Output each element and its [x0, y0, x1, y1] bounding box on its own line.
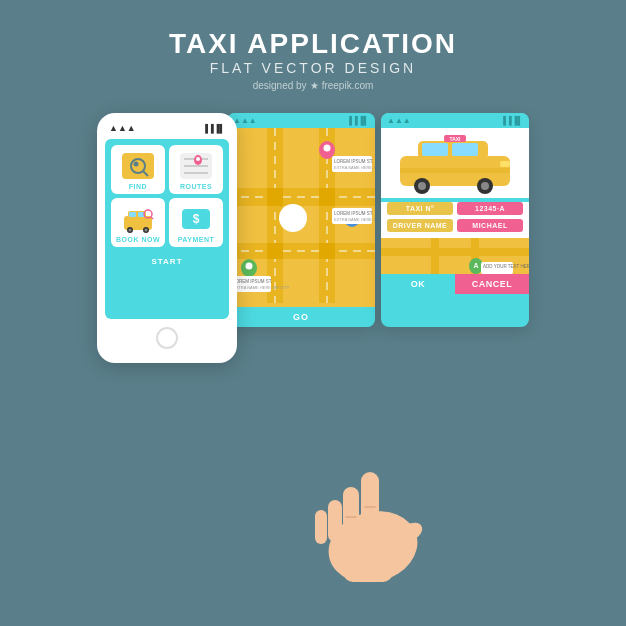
svg-rect-67: [381, 248, 529, 256]
map-wifi-icon: ▲▲▲: [233, 116, 257, 125]
phone-screen: FIND: [105, 139, 229, 319]
ok-button[interactable]: OK: [381, 274, 455, 294]
driver-label: DRIVER NAME: [387, 219, 453, 232]
routes-icon: [178, 151, 214, 181]
page-title: TAXI APPLICATION: [0, 28, 626, 60]
svg-rect-34: [319, 243, 335, 259]
page-header: TAXI APPLICATION FLAT VECTOR DESIGN desi…: [0, 0, 626, 91]
phone-app-grid: FIND: [111, 145, 223, 247]
svg-point-61: [481, 182, 489, 190]
taxi-info-area: TAXI N° 12345·A DRIVER NAME MICHAEL: [381, 202, 529, 238]
svg-text:EXTRA NAME HERE, MY CITY: EXTRA NAME HERE, MY CITY: [233, 285, 290, 290]
taxi-car-illustration: TAXI: [381, 128, 529, 198]
taxi-battery-icon: ▐▐▐▌: [500, 116, 523, 125]
go-button[interactable]: GO: [227, 307, 375, 327]
svg-rect-0: [122, 153, 154, 179]
svg-point-3: [134, 162, 139, 167]
svg-text:A: A: [473, 262, 478, 269]
svg-text:ADD YOUR TEXT HERE: ADD YOUR TEXT HERE: [483, 264, 529, 269]
routes-label: ROUTES: [180, 183, 212, 190]
map-battery-icon: ▐▐▐▌: [346, 116, 369, 125]
svg-text:LOREM IPSUM ST.: LOREM IPSUM ST.: [334, 159, 373, 164]
cancel-button[interactable]: CANCEL: [455, 274, 529, 294]
svg-text:LOREM IPSUM ST.: LOREM IPSUM ST.: [233, 279, 272, 284]
booknow-label: BOOK NOW: [116, 236, 160, 243]
svg-point-44: [279, 204, 307, 232]
svg-point-17: [145, 229, 148, 232]
svg-text:A: A: [246, 262, 251, 269]
svg-text:EXTRA NAME HERE, MY CITY: EXTRA NAME HERE, MY CITY: [334, 217, 375, 222]
svg-point-9: [196, 157, 200, 161]
taxi-number-label: TAXI N°: [387, 202, 453, 215]
taxi-wifi-icon: ▲▲▲: [387, 116, 411, 125]
svg-text:LOREM IPSUM ST.: LOREM IPSUM ST.: [334, 211, 373, 216]
find-tile[interactable]: FIND: [111, 145, 165, 194]
svg-rect-80: [343, 552, 393, 582]
payment-icon: $: [178, 204, 214, 234]
svg-rect-77: [343, 487, 359, 535]
map-content: C B A LOREM IPSUM ST. EXTRA NAME HERE, M…: [227, 128, 375, 307]
svg-text:C: C: [324, 144, 329, 151]
svg-text:$: $: [193, 212, 200, 226]
taxi-number-value: 12345·A: [457, 202, 523, 215]
start-button[interactable]: START: [111, 253, 223, 270]
booknow-icon: [120, 204, 156, 234]
phone-mockup: ▲▲▲ ▐▐▐▌ FIND: [97, 113, 237, 363]
map-screen-topbar: ▲▲▲ ▐▐▐▌: [227, 113, 375, 128]
svg-rect-12: [129, 212, 136, 217]
taxi-action-buttons: OK CANCEL: [381, 274, 529, 294]
svg-rect-68: [431, 238, 439, 274]
map-screen: ▲▲▲ ▐▐▐▌: [227, 113, 375, 327]
find-icon: [120, 151, 156, 181]
payment-tile[interactable]: $ PAYMENT: [169, 198, 223, 247]
designed-by: designed by ★ freepik.com: [0, 80, 626, 91]
find-label: FIND: [129, 183, 147, 190]
svg-text:EXTRA NAME HERE, MY CITY: EXTRA NAME HERE, MY CITY: [334, 165, 375, 170]
main-content: ▲▲▲ ▐▐▐▌ FIND: [0, 99, 626, 363]
svg-rect-64: [500, 161, 510, 167]
hand-illustration: [293, 452, 453, 586]
phone-statusbar: ▲▲▲ ▐▐▐▌: [105, 123, 229, 133]
payment-label: PAYMENT: [178, 236, 215, 243]
taxi-info-grid: TAXI N° 12345·A DRIVER NAME MICHAEL: [387, 202, 523, 232]
svg-rect-65: [400, 168, 510, 173]
phone-battery-icon: ▐▐▐▌: [202, 124, 225, 133]
svg-rect-78: [328, 500, 342, 542]
routes-tile[interactable]: ROUTES: [169, 145, 223, 194]
svg-rect-31: [267, 188, 283, 206]
taxi-info-screen: ▲▲▲ ▐▐▐▌: [381, 113, 529, 327]
booknow-tile[interactable]: BOOK NOW: [111, 198, 165, 247]
svg-rect-33: [267, 243, 283, 259]
driver-value: MICHAEL: [457, 219, 523, 232]
phone-home-button[interactable]: [156, 327, 178, 349]
svg-rect-32: [319, 188, 335, 206]
svg-rect-57: [452, 143, 478, 156]
svg-point-16: [129, 229, 132, 232]
svg-rect-56: [422, 143, 448, 156]
app-screens: ▲▲▲ ▐▐▐▌: [227, 113, 529, 327]
freepik-icon: ★: [310, 80, 319, 91]
svg-rect-79: [315, 510, 327, 544]
taxi-map-strip: A ADD YOUR TEXT HERE: [381, 238, 529, 274]
page-subtitle: FLAT VECTOR DESIGN: [0, 60, 626, 76]
taxi-screen-topbar: ▲▲▲ ▐▐▐▌: [381, 113, 529, 128]
svg-rect-76: [361, 472, 379, 527]
svg-point-59: [418, 182, 426, 190]
svg-text:TAXI: TAXI: [449, 135, 461, 141]
phone-wifi-icon: ▲▲▲: [109, 123, 136, 133]
